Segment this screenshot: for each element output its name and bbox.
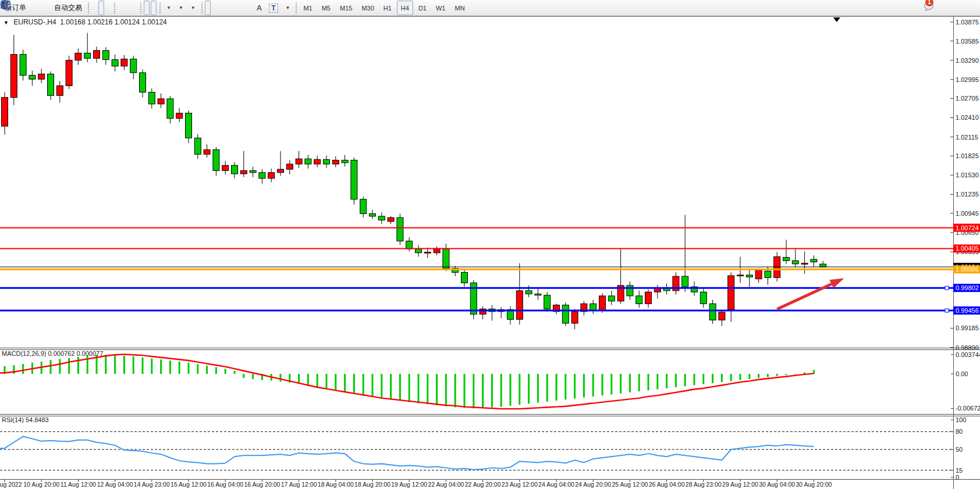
candle-down [378,216,385,220]
svg-text:0.99185: 0.99185 [956,324,979,331]
candle-down [305,159,311,164]
candle-up [222,165,229,170]
candle-down [250,170,256,172]
candle-up [516,291,523,319]
candle-down [682,276,688,287]
candle-down [443,249,449,269]
candle-down [232,165,238,174]
candle-down [84,53,91,58]
svg-text:100: 100 [956,416,966,423]
candle-up [121,59,127,66]
candle-up [75,53,81,60]
svg-text:18 Aug 20:00: 18 Aug 20:00 [354,481,390,488]
candle-down [324,159,330,164]
candle-down [406,241,413,249]
candle-down [167,99,173,119]
svg-text:-0.006723: -0.006723 [956,405,980,412]
candle-up [278,169,284,173]
candle-down [112,60,118,66]
svg-text:0.98890: 0.98890 [956,344,979,351]
one-click-menu-icon[interactable]: ▼ [3,20,9,26]
candle-down [783,258,790,261]
svg-text:1.02705: 1.02705 [956,95,979,102]
line-handle[interactable] [945,309,949,312]
candle-down [416,249,422,253]
svg-text:18 Aug 04:00: 18 Aug 04:00 [318,481,354,488]
candle-down [342,160,348,162]
svg-text:1.03585: 1.03585 [956,38,979,45]
candle-down [351,160,357,199]
price-tag-label: 1.00724 [956,224,979,231]
price-tag-label: 0.99456 [956,307,979,314]
candle-down [746,275,752,277]
svg-text:24 Aug 04:00: 24 Aug 04:00 [538,481,574,488]
candle-up [10,55,17,98]
svg-text:0.003744: 0.003744 [956,351,980,358]
svg-text:1.02995: 1.02995 [956,76,979,83]
svg-text:28 Aug 23:00: 28 Aug 23:00 [686,481,722,488]
svg-text:14 Aug 23:00: 14 Aug 23:00 [134,481,170,488]
chart-ohlc-values: 1.00168 1.00216 1.00124 1.00124 [60,18,167,26]
chart-title: ▼ EURUSD-,H4 1.00168 1.00216 1.00124 1.0… [3,18,167,26]
candle-down [360,199,367,214]
svg-text:10 Aug 20:00: 10 Aug 20:00 [23,481,59,488]
svg-text:10 Aug 2022: 10 Aug 2022 [0,481,22,488]
candle-up [599,296,606,310]
line-handle[interactable] [945,286,949,290]
chart-canvas[interactable]: 1.038751.035851.032901.029951.027051.024… [0,0,980,489]
candle-up [2,98,8,126]
svg-text:80: 80 [956,428,963,435]
svg-text:1.02115: 1.02115 [956,134,978,141]
candle-up [728,276,734,309]
candle-down [48,74,54,95]
svg-text:25 Aug 12:00: 25 Aug 12:00 [612,481,648,488]
candle-down [709,304,716,320]
svg-text:30 Aug 04:00: 30 Aug 04:00 [759,481,795,488]
svg-text:15: 15 [956,467,963,474]
candle-down [590,304,596,310]
candle-up [388,217,394,222]
candle-up [176,113,183,119]
candle-down [29,75,35,79]
svg-text:1.02410: 1.02410 [956,114,979,121]
svg-text:1.00945: 1.00945 [956,210,979,217]
svg-text:22 Aug 04:00: 22 Aug 04:00 [428,481,464,488]
svg-text:17 Aug 12:00: 17 Aug 12:00 [281,481,317,488]
candle-up [314,159,321,164]
candle-up [204,149,210,154]
candle-down [525,291,532,294]
svg-text:50: 50 [956,446,963,453]
candle-up [719,312,725,320]
candle-up [296,159,302,164]
svg-text:1.01530: 1.01530 [956,172,979,179]
candle-down [820,264,826,267]
candle-down [213,149,219,170]
svg-text:11 Aug 12:00: 11 Aug 12:00 [61,481,96,488]
candle-down [608,296,615,301]
price-tag-label: 1.00086 [956,266,979,273]
candle-up [424,252,431,254]
chart-background [0,16,980,489]
candle-up [158,99,164,104]
svg-text:16 Aug 04:00: 16 Aug 04:00 [207,481,243,488]
svg-text:24 Aug 20:00: 24 Aug 20:00 [575,481,611,488]
candle-down [20,55,26,76]
candle-up [645,292,652,304]
candle-up [38,74,45,79]
candle-up [755,270,762,279]
svg-text:15 Aug 12:00: 15 Aug 12:00 [171,481,207,488]
candle-down [259,173,265,179]
candle-down [186,113,192,138]
candle-down [765,271,771,277]
candle-up [434,249,440,253]
rsi-indicator-label: RSI(14) 54.8483 [2,416,49,423]
candle-down [636,296,642,304]
candle-up [286,164,293,169]
candle-down [627,285,633,296]
candle-up [66,60,72,86]
candle-up [268,173,275,179]
candle-up [94,51,100,58]
svg-text:19 Aug 12:00: 19 Aug 12:00 [391,481,427,488]
svg-text:1.01235: 1.01235 [956,191,979,198]
svg-text:26 Aug 04:00: 26 Aug 04:00 [649,481,685,488]
